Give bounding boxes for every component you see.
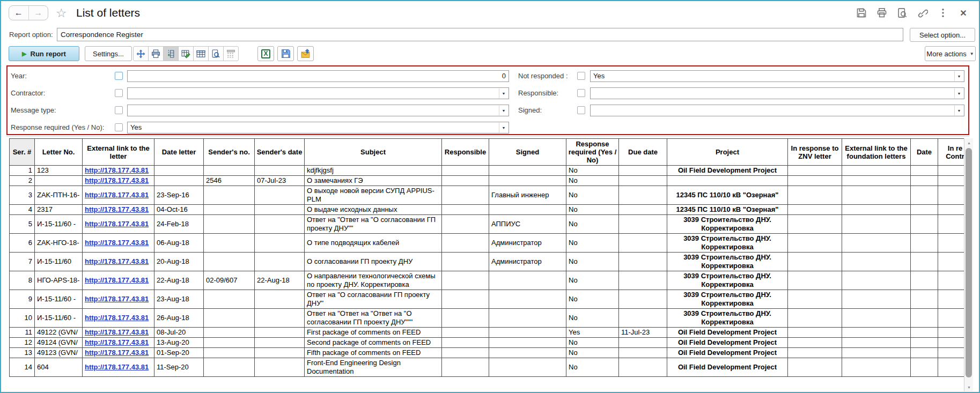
cell-letter_no: [35, 176, 83, 186]
cell-senders_no: 02-09/607: [204, 271, 255, 290]
responsible-combo[interactable]: ▼: [590, 87, 964, 99]
letter-link[interactable]: http://178.177.43.81: [85, 338, 149, 346]
table-borders-icon[interactable]: [193, 46, 209, 61]
forward-button[interactable]: →: [29, 6, 48, 20]
excel-icon[interactable]: X: [257, 46, 274, 61]
cell-date_letter: 23-Sep-16: [154, 186, 204, 205]
select-option-button[interactable]: Select option...: [910, 28, 975, 42]
message-type-checkbox[interactable]: [115, 106, 123, 114]
cell-date2: [911, 205, 938, 215]
edit-table-icon[interactable]: [178, 46, 194, 61]
year-input[interactable]: 0: [127, 70, 509, 82]
cell-signed: [489, 271, 566, 290]
letter-link[interactable]: http://178.177.43.81: [85, 205, 149, 213]
print-icon[interactable]: [148, 46, 164, 61]
link-icon[interactable]: [917, 7, 929, 19]
cell-response_required: No: [566, 271, 619, 290]
cell-project: Oil Field Development Project: [667, 338, 788, 348]
table-row: 6ZAK-НГО-18-http://178.177.43.8106-Aug-1…: [10, 234, 972, 253]
letter-link[interactable]: http://178.177.43.81: [85, 348, 149, 357]
cell-ext_link_foundation: [842, 328, 911, 338]
cell-ser: 6: [10, 234, 35, 253]
settings-button[interactable]: Settings...: [85, 46, 132, 61]
response-required-combo[interactable]: Yes ▼: [127, 122, 509, 134]
preview-icon[interactable]: [896, 7, 908, 19]
cell-responsible: [442, 176, 489, 186]
scroll-up-icon[interactable]: ▲: [964, 138, 974, 147]
save-icon[interactable]: [277, 46, 294, 61]
scrollbar-thumb[interactable]: [966, 148, 972, 377]
letter-link[interactable]: http://178.177.43.81: [85, 239, 149, 247]
responsible-checkbox[interactable]: [577, 89, 585, 97]
response-required-checkbox[interactable]: [115, 123, 123, 131]
chevron-down-icon[interactable]: ▼: [954, 106, 963, 115]
cell-date2: [911, 176, 938, 186]
letter-link[interactable]: http://178.177.43.81: [85, 276, 149, 284]
cell-date2: [911, 290, 938, 309]
letter-link[interactable]: http://178.177.43.81: [85, 314, 149, 322]
cell-responsible: [442, 348, 489, 358]
cell-senders_no: [204, 338, 255, 348]
cell-senders_no: [204, 358, 255, 377]
chevron-down-icon[interactable]: ▼: [499, 88, 508, 98]
column-header: Response required (Yes / No): [566, 139, 619, 166]
favorite-star-icon[interactable]: ☆: [56, 6, 67, 20]
cell-responsible: [442, 186, 489, 205]
more-actions-button[interactable]: More actions▼: [925, 46, 976, 61]
contractor-combo[interactable]: ▼: [127, 87, 509, 99]
chevron-down-icon[interactable]: ▼: [499, 123, 508, 132]
signed-checkbox[interactable]: [577, 106, 585, 114]
column-header: Date letter: [154, 139, 204, 166]
cell-ext_link_foundation: [842, 205, 911, 215]
close-icon[interactable]: ✕: [957, 7, 969, 19]
vertical-scrollbar[interactable]: ▲ ▼: [964, 138, 973, 391]
scroll-down-icon[interactable]: ▼: [964, 383, 974, 391]
letter-link[interactable]: http://178.177.43.81: [85, 363, 149, 371]
report-window: ← → ☆ List of letters ✕ Report option: C…: [0, 0, 980, 393]
cell-signed: Главный инженер: [489, 186, 566, 205]
report-option-input[interactable]: Correspondence Register: [57, 28, 903, 41]
cell-due_date: [619, 309, 667, 328]
print-icon[interactable]: [876, 7, 888, 19]
letter-link[interactable]: http://178.177.43.81: [85, 176, 149, 184]
letter-link[interactable]: http://178.177.43.81: [85, 295, 149, 303]
back-button[interactable]: ←: [9, 6, 29, 20]
cell-in_response_znv: [788, 176, 842, 186]
cell-subject: Ответ на "Ответ на "Ответ на "О согласов…: [305, 309, 442, 328]
column-header: Subject: [305, 139, 442, 166]
mail-upload-icon[interactable]: [297, 46, 314, 61]
signed-combo[interactable]: ▼: [590, 105, 964, 116]
cell-letter_no: И-15-11/60 -: [35, 309, 83, 328]
cell-ser: 2: [10, 176, 35, 186]
chevron-down-icon[interactable]: ▼: [499, 106, 508, 115]
more-vert-icon[interactable]: [937, 7, 949, 19]
letter-link[interactable]: http://178.177.43.81: [85, 257, 149, 265]
year-checkbox[interactable]: [115, 72, 123, 80]
move-icon[interactable]: [133, 46, 149, 61]
cell-due_date: [619, 338, 667, 348]
cell-due_date: [619, 253, 667, 271]
page-setup-icon[interactable]: [163, 46, 179, 61]
run-report-button[interactable]: ▶ Run report: [9, 46, 79, 61]
cell-responsible: [442, 290, 489, 309]
cell-in_response_znv: [788, 358, 842, 377]
letter-link[interactable]: http://178.177.43.81: [85, 328, 149, 336]
find-icon[interactable]: [208, 46, 224, 61]
cell-date2: [911, 215, 938, 234]
not-responded-checkbox[interactable]: [577, 72, 585, 80]
cell-senders_no: [204, 186, 255, 205]
cell-date_letter: 08-Jul-20: [154, 328, 204, 338]
letter-link[interactable]: http://178.177.43.81: [85, 220, 149, 228]
contractor-checkbox[interactable]: [115, 89, 123, 97]
fixed-grid-icon[interactable]: [223, 46, 239, 61]
not-responded-combo[interactable]: Yes ▼: [590, 70, 964, 82]
cell-in_response_znv: [788, 205, 842, 215]
chevron-down-icon[interactable]: ▼: [954, 71, 963, 81]
letter-link[interactable]: http://178.177.43.81: [85, 191, 149, 199]
chevron-down-icon[interactable]: ▼: [954, 88, 963, 98]
save-icon[interactable]: [856, 7, 867, 19]
message-type-combo[interactable]: ▼: [127, 105, 509, 116]
letter-link[interactable]: http://178.177.43.81: [85, 166, 149, 174]
cell-in_response_znv: [788, 166, 842, 176]
cell-letter_no: 604: [35, 358, 83, 377]
